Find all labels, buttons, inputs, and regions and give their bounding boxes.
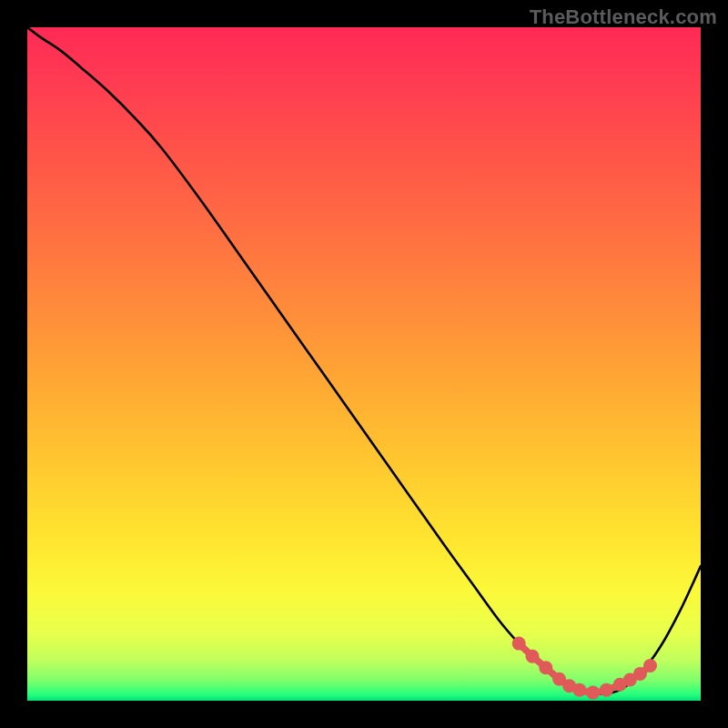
series-valley-marker-point	[526, 650, 540, 663]
chart-frame	[27, 27, 701, 701]
series-valley-marker-point	[512, 637, 526, 651]
series-valley-marker-point	[600, 683, 613, 697]
chart-plot	[27, 27, 701, 701]
series-valley-marker-point	[572, 683, 586, 697]
watermark-text: TheBottleneck.com	[530, 5, 717, 29]
series-valley-marker-point	[643, 659, 657, 672]
chart-background	[27, 27, 701, 701]
series-valley-marker-point	[539, 661, 552, 674]
series-valley-marker-point	[586, 686, 600, 700]
